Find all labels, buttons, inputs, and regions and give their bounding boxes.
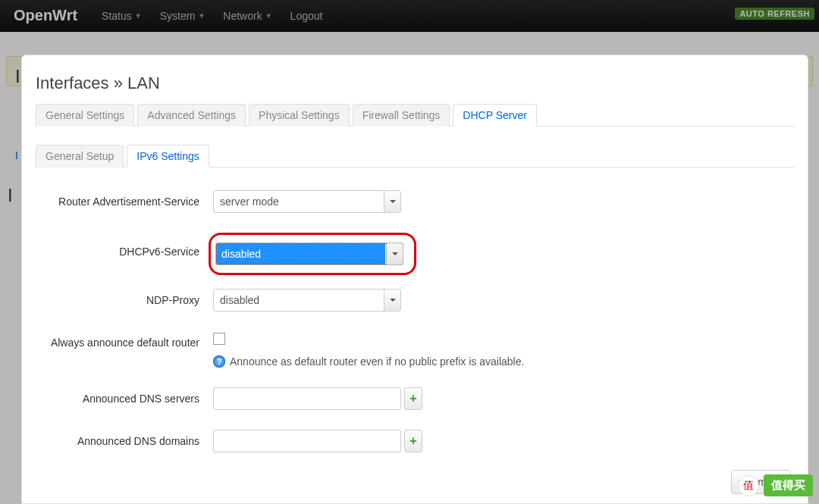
dhcpv6-value: disabled — [217, 244, 385, 264]
ra-service-select[interactable]: server mode — [213, 190, 401, 213]
tab-dhcp-server[interactable]: DHCP Server — [453, 104, 537, 127]
subtab-ipv6-settings[interactable]: IPv6 Settings — [127, 145, 209, 167]
chevron-down-icon — [386, 243, 403, 265]
row-dns-domains: Announced DNS domains + — [36, 430, 794, 452]
tab-general-settings[interactable]: General Settings — [36, 104, 134, 127]
ra-label: Router Advertisement-Service — [36, 190, 213, 208]
row-dhcpv6-service: DHCPv6-Service disabled — [36, 233, 794, 275]
chevron-down-icon — [384, 191, 400, 212]
row-ndp-proxy: NDP-Proxy disabled — [36, 289, 794, 311]
tab-physical-settings[interactable]: Physical Settings — [249, 104, 350, 127]
tab-advanced-settings[interactable]: Advanced Settings — [137, 104, 246, 127]
main-tabs: General Settings Advanced Settings Physi… — [36, 104, 794, 127]
sub-tabs: General Setup IPv6 Settings — [36, 145, 794, 167]
watermark: 值 值得买 — [738, 474, 813, 496]
dhcpv6-service-select[interactable]: disabled — [215, 243, 403, 265]
modal-title: Interfaces » LAN — [36, 74, 794, 93]
ra-service-value: server mode — [214, 196, 279, 208]
ndp-value: disabled — [214, 294, 259, 306]
dns-servers-input[interactable] — [213, 387, 401, 410]
dns-domains-input[interactable] — [213, 430, 401, 452]
dhcpv6-highlight: disabled — [209, 233, 416, 275]
ndp-label: NDP-Proxy — [36, 289, 213, 307]
ndp-proxy-select[interactable]: disabled — [213, 289, 401, 311]
row-ra-service: Router Advertisement-Service server mode — [36, 190, 794, 213]
announce-hint-text: Announce as default router even if no pu… — [230, 355, 524, 368]
watermark-text: 值得买 — [764, 474, 813, 496]
tab-firewall-settings[interactable]: Firewall Settings — [353, 104, 450, 127]
announce-hint: ? Announce as default router even if no … — [213, 355, 524, 368]
watermark-icon: 值 — [738, 475, 759, 496]
ipv6-form: Router Advertisement-Service server mode… — [36, 190, 794, 452]
row-announce-default: Always announce default router ? Announc… — [36, 331, 794, 368]
announce-label: Always announce default router — [36, 331, 213, 349]
dns-domains-label: Announced DNS domains — [36, 430, 213, 448]
dhcpv6-label: DHCPv6-Service — [36, 233, 213, 258]
chevron-down-icon — [384, 290, 400, 311]
announce-checkbox[interactable] — [213, 333, 225, 345]
add-dns-server-button[interactable]: + — [404, 387, 422, 410]
info-icon: ? — [213, 355, 225, 368]
subtab-general-setup[interactable]: General Setup — [36, 145, 124, 167]
add-dns-domain-button[interactable]: + — [404, 430, 422, 452]
interface-modal: Interfaces » LAN General Settings Advanc… — [21, 55, 808, 504]
dns-servers-label: Announced DNS servers — [36, 387, 213, 405]
row-dns-servers: Announced DNS servers + — [36, 387, 794, 410]
